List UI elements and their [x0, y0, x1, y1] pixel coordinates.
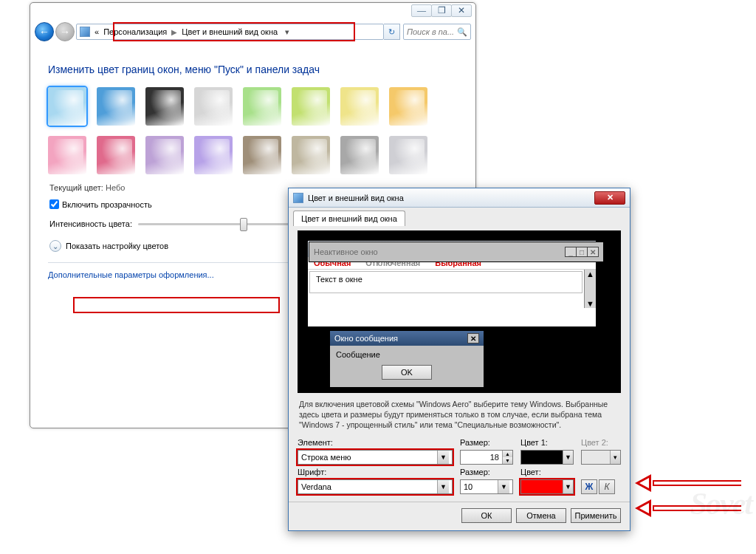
breadcrumb-personalization[interactable]: Персонализация [103, 27, 167, 36]
preview-message-title: Окно сообщения [334, 334, 398, 343]
preview-scrollbar[interactable]: ▲▼ [584, 270, 596, 308]
size-label: Размер: [460, 438, 513, 447]
color-swatch-14[interactable] [340, 136, 379, 174]
color2-swatch [582, 451, 610, 464]
preview-text-area[interactable]: Текст в окне [309, 271, 583, 293]
dropdown-arrow-icon: ▾ [610, 451, 620, 464]
color2-label: Цвет 2: [581, 438, 621, 447]
address-dropdown-icon[interactable]: ▾ [282, 27, 292, 37]
bold-toggle[interactable]: Ж [581, 479, 597, 494]
color-swatch-12[interactable] [243, 136, 281, 174]
color-swatch-13[interactable] [292, 136, 330, 174]
chevron-down-icon: ⌄ [49, 240, 61, 252]
color1-swatch [521, 451, 563, 464]
dialog-tabstrip: Цвет и внешний вид окна [289, 208, 630, 226]
cancel-button[interactable]: Отмена [516, 508, 566, 523]
transparency-label: Включить прозрачность [62, 200, 152, 209]
nav-back-button[interactable]: ← [35, 22, 54, 41]
font-color-label: Цвет: [520, 468, 574, 476]
color-swatch-10[interactable] [145, 136, 184, 174]
color-swatch-1[interactable] [97, 87, 135, 126]
appearance-preview: Неактивное окно _ □ ✕ Активное окно _ □ … [298, 230, 621, 393]
italic-toggle[interactable]: К [599, 479, 615, 494]
preview-min-icon: _ [565, 247, 577, 257]
color-swatch-9[interactable] [97, 136, 135, 174]
tab-window-color[interactable]: Цвет и внешний вид окна [293, 211, 405, 226]
show-color-mixer-label: Показать настройку цветов [66, 242, 168, 250]
dropdown-arrow-icon: ▼ [563, 451, 573, 464]
dialog-title-text: Цвет и внешний вид окна [308, 194, 404, 202]
color-swatch-7[interactable] [389, 87, 427, 126]
breadcrumb-chevrons[interactable]: « [94, 27, 99, 36]
advanced-appearance-link[interactable]: Дополнительные параметры оформления... [48, 270, 214, 279]
dialog-body: Неактивное окно _ □ ✕ Активное окно _ □ … [289, 226, 630, 502]
dialog-footer: ОК Отмена Применить [289, 502, 630, 530]
apply-button[interactable]: Применить [571, 508, 621, 523]
preview-inactive-title: Неактивное окно [314, 247, 378, 256]
maximize-button[interactable]: ❐ [431, 4, 452, 17]
font-size-value: 10 [464, 482, 472, 491]
color-swatch-3[interactable] [194, 87, 233, 126]
intensity-label: Интенсивность цвета: [49, 219, 132, 228]
dialog-titlebar[interactable]: Цвет и внешний вид окна ✕ [289, 188, 630, 208]
search-icon[interactable]: 🔍 [457, 27, 467, 37]
color-swatch-0[interactable] [48, 87, 86, 126]
dialog-icon [293, 193, 303, 203]
spin-down-icon[interactable]: ▼ [502, 457, 512, 464]
color-swatch-grid [48, 87, 458, 174]
refresh-button[interactable]: ↻ [384, 24, 400, 40]
intensity-slider[interactable] [138, 223, 308, 225]
search-placeholder-text: Поиск в па... [407, 27, 454, 36]
address-bar[interactable]: « Персонализация ▶ Цвет и внешний вид ок… [76, 24, 384, 40]
font-size-combobox[interactable]: 10 ▼ [460, 479, 513, 494]
color-swatch-6[interactable] [340, 87, 379, 126]
annotation-arrow-color1 [636, 475, 741, 491]
current-color-label: Текущий цвет: [49, 183, 103, 192]
dropdown-arrow-icon: ▼ [437, 480, 449, 493]
element-size-spinner[interactable]: 18 ▲▼ [460, 450, 513, 465]
font-combobox[interactable]: Verdana ▼ [298, 479, 453, 494]
annotation-arrow-fontcolor [636, 500, 741, 516]
close-button[interactable]: ✕ [451, 4, 472, 17]
element-combobox[interactable]: Строка меню ▼ [298, 450, 453, 465]
dropdown-arrow-icon: ▼ [498, 480, 509, 493]
intensity-slider-thumb[interactable] [240, 218, 247, 231]
window-controls: — ❐ ✕ [412, 4, 472, 17]
transparency-checkbox[interactable] [49, 199, 59, 209]
color2-picker: ▾ [581, 450, 621, 465]
font-size-label: Размер: [460, 468, 513, 476]
font-style-buttons: Ж К [581, 479, 621, 494]
font-color-swatch [521, 480, 563, 493]
preview-message-box[interactable]: Окно сообщения ✕ Сообщение OK [329, 330, 484, 388]
preview-close-icon: ✕ [467, 333, 479, 343]
color-swatch-11[interactable] [194, 136, 233, 174]
ok-button[interactable]: ОК [461, 508, 512, 523]
preview-max-icon: □ [576, 247, 588, 257]
address-row: ← → « Персонализация ▶ Цвет и внешний ви… [30, 21, 475, 43]
color-swatch-2[interactable] [145, 87, 184, 126]
current-color-value: Небо [106, 183, 125, 192]
window-color-dialog: Цвет и внешний вид окна ✕ Цвет и внешний… [288, 188, 630, 531]
minimize-button[interactable]: — [411, 4, 432, 17]
color1-picker[interactable]: ▼ [520, 450, 574, 465]
element-value: Строка меню [301, 453, 351, 462]
dropdown-arrow-icon: ▼ [563, 480, 573, 493]
dialog-close-button[interactable]: ✕ [594, 191, 625, 205]
color-swatch-15[interactable] [389, 136, 427, 174]
search-input[interactable]: Поиск в па... 🔍 [403, 24, 471, 40]
preview-ok-button[interactable]: OK [382, 365, 432, 380]
preview-message-text: Сообщение [336, 350, 380, 359]
font-value: Verdana [301, 482, 331, 491]
breadcrumb-separator-icon: ▶ [171, 28, 177, 36]
dropdown-arrow-icon: ▼ [437, 451, 449, 464]
nav-forward-button[interactable]: → [55, 22, 75, 41]
breadcrumb-window-color[interactable]: Цвет и внешний вид окна [182, 27, 278, 36]
spin-up-icon[interactable]: ▲ [502, 451, 512, 457]
element-label: Элемент: [298, 438, 453, 447]
color-swatch-4[interactable] [243, 87, 281, 126]
color-swatch-5[interactable] [292, 87, 330, 126]
font-color-picker[interactable]: ▼ [520, 479, 574, 494]
element-size-value: 18 [461, 453, 502, 462]
preview-inactive-window[interactable]: Неактивное окно _ □ ✕ [309, 242, 604, 262]
color-swatch-8[interactable] [48, 136, 86, 174]
